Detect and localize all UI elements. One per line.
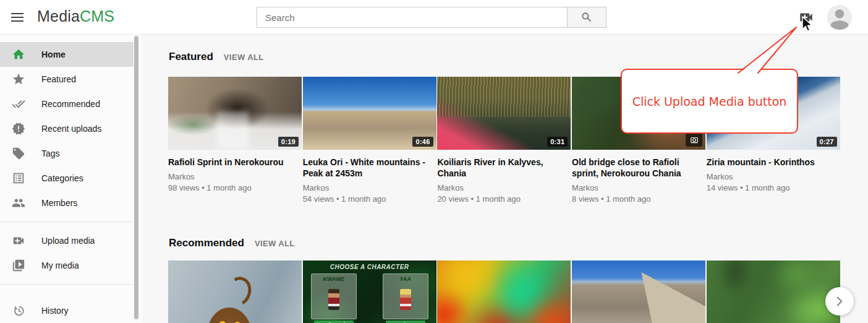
thumbnail-river-kayak[interactable]: 0:31 bbox=[437, 77, 571, 150]
sidebar-item-featured[interactable]: Featured bbox=[0, 67, 134, 92]
chevron-right-icon bbox=[832, 293, 848, 309]
sidebar-item-label: Members bbox=[41, 198, 77, 208]
done-all-icon bbox=[12, 97, 25, 111]
top-bar: MediaCMS bbox=[0, 0, 868, 35]
media-card[interactable]: CHOOSE A CHARACTER KWAME YAA Selected Se… bbox=[303, 261, 436, 323]
video-library-icon bbox=[12, 259, 25, 272]
logo[interactable]: MediaCMS bbox=[37, 7, 114, 25]
thumbnail-paper-pumpkin[interactable] bbox=[168, 261, 302, 323]
sidebar-scrollbar[interactable] bbox=[134, 36, 138, 321]
sidebar-item-label: Recommended bbox=[41, 99, 100, 109]
scrollbar-thumb[interactable] bbox=[134, 36, 138, 319]
thumbnail-rocky-mountain[interactable] bbox=[572, 261, 705, 323]
media-title[interactable]: Ziria mountain - Korinthos bbox=[707, 157, 838, 168]
media-title[interactable]: Leuka Ori - White mountains - Peak at 24… bbox=[303, 157, 434, 179]
sidebar-item-label: Upload media bbox=[41, 236, 95, 246]
thumbnail-game-character-select[interactable]: CHOOSE A CHARACTER KWAME YAA Selected Se… bbox=[303, 261, 436, 323]
media-card[interactable]: 0:31 Koiliaris River in Kalyves, Chania … bbox=[437, 77, 571, 204]
sidebar-item-tags[interactable]: Tags bbox=[0, 141, 134, 166]
duration-badge: 0:27 bbox=[817, 137, 837, 147]
list-alt-icon bbox=[12, 171, 25, 185]
media-meta: 98 views • 1 month ago bbox=[168, 183, 302, 192]
media-meta: 14 views • 1 month ago bbox=[707, 183, 840, 192]
thumbnail-green-leaves[interactable] bbox=[707, 261, 840, 323]
duration-badge: 0:46 bbox=[412, 137, 433, 147]
duration-badge: 0:31 bbox=[547, 137, 568, 147]
sidebar-divider bbox=[0, 222, 134, 222]
sidebar-item-members[interactable]: Members bbox=[0, 191, 134, 215]
sidebar-item-home[interactable]: Home bbox=[0, 42, 134, 67]
tag-icon bbox=[12, 147, 25, 160]
media-card[interactable] bbox=[707, 261, 840, 323]
media-card[interactable] bbox=[168, 261, 302, 323]
sidebar-item-my-media[interactable]: My media bbox=[0, 253, 134, 278]
annotation-callout: Click Upload Media button bbox=[621, 69, 798, 134]
sidebar-item-label: Recent uploads bbox=[41, 124, 101, 134]
recommended-section-header: Recommended VIEW ALL bbox=[169, 237, 295, 249]
recommended-view-all-link[interactable]: VIEW ALL bbox=[255, 239, 295, 248]
game-select-button: Select bbox=[386, 321, 425, 323]
media-meta: 8 views • 1 month ago bbox=[572, 194, 705, 204]
star-icon bbox=[12, 72, 25, 86]
media-title[interactable]: Old bridge close to Rafioli sprint, Nero… bbox=[572, 157, 703, 179]
game-panel-right: YAA bbox=[383, 273, 428, 319]
camera-icon bbox=[690, 136, 699, 144]
new-releases-icon bbox=[12, 122, 25, 136]
sidebar-item-label: My media bbox=[41, 261, 79, 270]
sidebar-item-label: Home bbox=[41, 50, 66, 59]
video-call-icon bbox=[12, 234, 25, 248]
featured-section-header: Featured VIEW ALL bbox=[169, 51, 264, 63]
media-title[interactable]: Koiliaris River in Kalyves, Chania bbox=[437, 157, 568, 179]
search-input[interactable] bbox=[257, 7, 568, 28]
carousel-next-button[interactable] bbox=[825, 287, 854, 316]
media-card[interactable]: 0:46 Leuka Ori - White mountains - Peak … bbox=[303, 77, 436, 204]
sidebar-item-label: Tags bbox=[41, 149, 60, 158]
media-author[interactable]: Markos bbox=[437, 183, 571, 192]
annotation-text: Click Upload Media button bbox=[632, 95, 787, 108]
search-icon bbox=[581, 11, 593, 24]
game-character-name: YAA bbox=[383, 276, 428, 282]
media-title[interactable]: Rafioli Sprint in Nerokourou bbox=[168, 157, 299, 168]
sidebar-item-label: History bbox=[41, 306, 69, 316]
game-heading-text: CHOOSE A CHARACTER bbox=[303, 264, 436, 270]
media-meta: 20 views • 1 month ago bbox=[437, 194, 571, 204]
upload-media-icon[interactable] bbox=[798, 9, 814, 25]
media-card[interactable]: 0:19 Rafioli Sprint in Nerokourou Markos… bbox=[168, 77, 302, 204]
sidebar-item-recent-uploads[interactable]: Recent uploads bbox=[0, 116, 134, 141]
media-author[interactable]: Markos bbox=[303, 183, 436, 192]
media-card[interactable] bbox=[572, 261, 705, 323]
media-author[interactable]: Markos bbox=[572, 183, 705, 192]
media-card[interactable] bbox=[437, 261, 571, 323]
game-sprite bbox=[400, 289, 411, 310]
sidebar-item-label: Featured bbox=[41, 74, 76, 84]
game-sprite bbox=[328, 289, 339, 310]
section-title: Recommended bbox=[169, 237, 244, 249]
sidebar-item-label: Categories bbox=[41, 173, 83, 183]
media-meta: 54 views • 1 month ago bbox=[303, 194, 436, 204]
person-icon bbox=[827, 5, 852, 30]
media-author[interactable]: Markos bbox=[168, 172, 302, 181]
game-panel-left: KWAME bbox=[311, 273, 357, 319]
featured-view-all-link[interactable]: VIEW ALL bbox=[224, 53, 264, 62]
sidebar-item-recommended[interactable]: Recommended bbox=[0, 92, 134, 116]
duration-badge: 0:19 bbox=[278, 137, 299, 147]
search-bar bbox=[257, 7, 606, 28]
thumbnail-abstract-colors[interactable] bbox=[437, 261, 571, 323]
sidebar: Home Featured Recommended Recent uploads… bbox=[0, 35, 142, 323]
menu-icon[interactable] bbox=[9, 9, 26, 26]
thumbnail-white-mountains[interactable]: 0:46 bbox=[303, 77, 436, 150]
user-avatar[interactable] bbox=[827, 5, 852, 30]
sidebar-item-upload-media[interactable]: Upload media bbox=[0, 228, 134, 253]
thumbnail-waterfall-cave[interactable]: 0:19 bbox=[168, 77, 302, 150]
recommended-row: CHOOSE A CHARACTER KWAME YAA Selected Se… bbox=[168, 261, 840, 323]
logo-media: Media bbox=[37, 7, 80, 25]
sidebar-item-history[interactable]: History bbox=[0, 298, 134, 323]
logo-cms: CMS bbox=[80, 7, 114, 25]
group-icon bbox=[12, 196, 25, 210]
sidebar-item-categories[interactable]: Categories bbox=[0, 166, 134, 191]
media-author[interactable]: Markos bbox=[707, 172, 840, 181]
search-button[interactable] bbox=[568, 7, 606, 28]
game-selected-button: Selected bbox=[314, 321, 354, 323]
history-icon bbox=[12, 304, 25, 317]
sidebar-divider bbox=[0, 284, 134, 285]
